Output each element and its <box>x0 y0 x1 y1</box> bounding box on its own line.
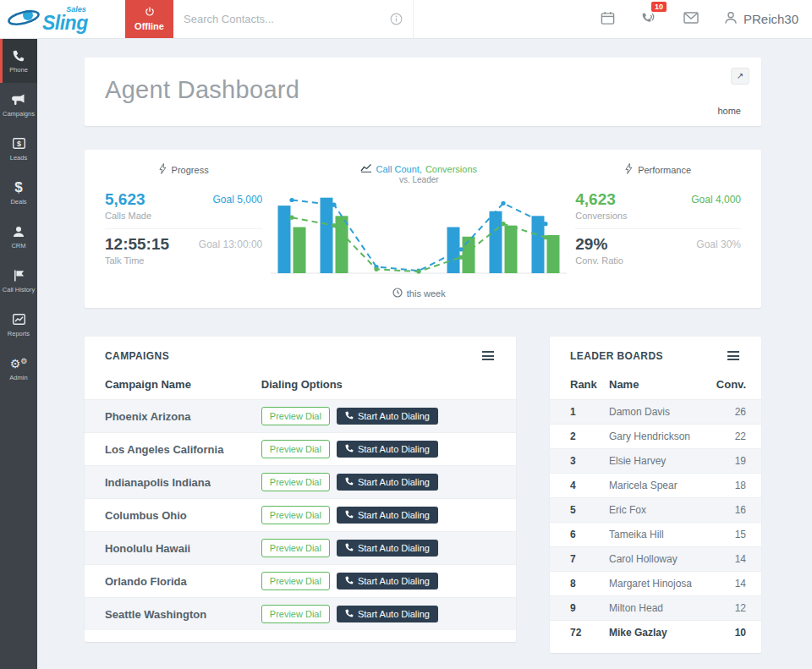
campaign-row: Columbus OhioPreview DialStart Auto Dial… <box>85 498 516 531</box>
campaign-name: Indianapolis Indiana <box>105 476 261 489</box>
leader-rank: 8 <box>570 578 609 589</box>
notification-badge: 10 <box>651 2 667 13</box>
topbar-spacer <box>414 0 599 38</box>
sidebar-item-admin[interactable]: ⚙⚙Admin <box>0 347 37 391</box>
calls-made-label: Calls Made <box>105 211 151 221</box>
gears-icon: ⚙⚙ <box>10 357 28 370</box>
column-campaign-name: Campaign Name <box>105 378 261 391</box>
phone-icon <box>345 576 354 586</box>
leader-rank: 72 <box>570 627 609 639</box>
page-title: Agent Dashboard <box>105 76 741 104</box>
page-header-card: ↗ Agent Dashboard home <box>85 58 761 126</box>
leaderboard-row: 7Carol Holloway14 <box>550 546 761 571</box>
column-rank: Rank <box>570 378 609 391</box>
sidebar-item-deals[interactable]: $Deals <box>0 171 37 215</box>
search-area <box>173 0 414 38</box>
leaderboard-row: 2Gary Hendrickson22 <box>550 424 761 448</box>
campaigns-table-header: Campaign Name Dialing Options <box>85 373 516 399</box>
leader-conv: 26 <box>716 406 746 418</box>
leader-rank: 3 <box>570 455 609 467</box>
campaigns-card: CAMPAIGNS Campaign Name Dialing Options … <box>85 337 516 642</box>
start-auto-dialing-button[interactable]: Start Auto Dialing <box>337 408 438 425</box>
chart-title-conversions: Conversions <box>425 164 477 174</box>
leaderboard-card: LEADER BOARDS Rank Name Conv. 1Damon Dav… <box>550 337 761 653</box>
collapse-button[interactable]: ↗ <box>731 68 749 85</box>
preview-dial-button[interactable]: Preview Dial <box>261 407 330 425</box>
sidebar-item-label: Call History <box>3 286 35 293</box>
leader-conv: 18 <box>716 480 746 491</box>
leader-rank: 6 <box>570 529 609 540</box>
start-auto-dialing-button[interactable]: Start Auto Dialing <box>337 606 438 622</box>
leaderboard-menu-icon[interactable] <box>726 348 741 363</box>
sidebar-item-label: Reports <box>8 330 30 337</box>
phone-icon <box>345 444 354 454</box>
user-menu-button[interactable]: PReich30 <box>724 11 798 27</box>
svg-text:$: $ <box>16 140 20 148</box>
preview-dial-button[interactable]: Preview Dial <box>261 572 330 590</box>
leader-rank: 2 <box>570 430 609 442</box>
preview-dial-button[interactable]: Preview Dial <box>261 473 330 491</box>
chart-title: Call Count, Conversions <box>360 163 477 174</box>
search-input[interactable] <box>184 13 390 25</box>
phone-icon <box>13 49 25 63</box>
brand-logo[interactable]: Sales Sling <box>0 0 125 38</box>
megaphone-icon <box>12 93 25 107</box>
leader-name: Milton Head <box>609 602 716 614</box>
leader-name: Maricela Spear <box>609 480 716 491</box>
start-auto-dialing-button[interactable]: Start Auto Dialing <box>337 540 438 557</box>
campaign-name: Seattle Washington <box>105 608 261 621</box>
column-conv: Conv. <box>716 378 746 391</box>
sidebar-item-phone[interactable]: Phone <box>0 39 37 83</box>
campaign-row: Phoenix ArizonaPreview DialStart Auto Di… <box>85 399 516 432</box>
conv-ratio-value: 29% <box>575 235 623 254</box>
sidebar-item-campaigns[interactable]: Campaigns <box>0 83 37 127</box>
sidebar-item-leads[interactable]: $Leads <box>0 127 37 171</box>
calls-made-stat: 5,623 Calls Made Goal 5,000 <box>105 184 262 228</box>
campaign-name: Phoenix Arizona <box>105 410 261 423</box>
leader-conv: 14 <box>716 578 746 589</box>
bolt-icon <box>625 163 633 176</box>
preview-dial-button[interactable]: Preview Dial <box>261 506 330 524</box>
start-auto-dialing-button[interactable]: Start Auto Dialing <box>337 474 438 491</box>
envelope-icon <box>683 12 699 26</box>
leaderboard-row: 5Eric Fox16 <box>550 497 761 522</box>
start-auto-dialing-button[interactable]: Start Auto Dialing <box>337 573 438 589</box>
leads-icon: $ <box>13 137 25 151</box>
leader-rank: 4 <box>570 480 609 491</box>
leader-name: Elsie Harvey <box>609 455 716 467</box>
voicemail-button[interactable]: 10 <box>640 9 658 30</box>
preview-dial-button[interactable]: Preview Dial <box>261 539 330 557</box>
sidebar-item-reports[interactable]: Reports <box>0 303 37 347</box>
leader-conv: 10 <box>716 627 746 639</box>
calls-made-goal: Goal 5,000 <box>213 194 263 221</box>
progress-header: Progress <box>105 163 262 176</box>
campaigns-menu-icon[interactable] <box>480 348 496 363</box>
preview-dial-button[interactable]: Preview Dial <box>261 440 330 458</box>
campaign-name: Orlando Florida <box>105 575 261 588</box>
person-icon <box>13 225 25 239</box>
start-auto-dialing-button[interactable]: Start Auto Dialing <box>337 507 438 524</box>
leader-name: Damon Davis <box>609 406 716 418</box>
talk-time-goal: Goal 13:00:00 <box>199 239 262 266</box>
column-name: Name <box>609 378 716 391</box>
offline-toggle-button[interactable]: Offline <box>125 0 173 38</box>
sidebar-item-crm[interactable]: CRM <box>0 215 37 259</box>
messages-button[interactable] <box>682 10 700 28</box>
campaign-row: Seattle WashingtonPreview DialStart Auto… <box>85 597 516 630</box>
talk-time-value: 12:55:15 <box>105 235 169 254</box>
phone-icon <box>345 510 354 520</box>
leader-conv: 16 <box>716 504 746 516</box>
leader-conv: 22 <box>716 430 746 442</box>
sidebar-item-label: Phone <box>9 66 28 74</box>
leader-name: Tameika Hill <box>609 529 716 540</box>
start-auto-dialing-button[interactable]: Start Auto Dialing <box>337 441 438 458</box>
sidebar-item-label: Campaigns <box>3 110 35 118</box>
info-icon[interactable] <box>390 13 403 25</box>
calendar-button[interactable] <box>599 9 617 30</box>
campaign-name: Honolulu Hawaii <box>105 542 261 555</box>
user-icon <box>724 11 738 27</box>
conversions-value: 4,623 <box>575 190 627 209</box>
preview-dial-button[interactable]: Preview Dial <box>261 605 330 623</box>
breadcrumb[interactable]: home <box>105 106 741 116</box>
sidebar-item-call-history[interactable]: Call History <box>0 259 37 303</box>
